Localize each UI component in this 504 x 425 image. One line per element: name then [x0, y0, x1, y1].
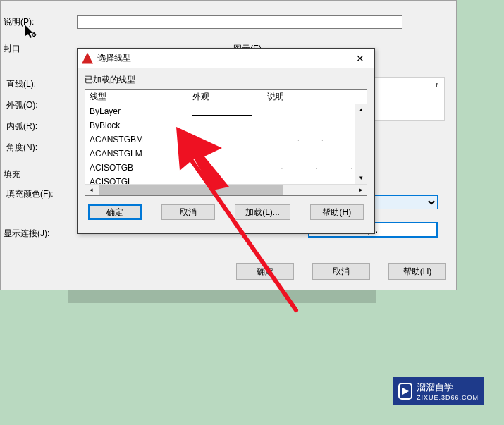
inner-arc-label: 内弧(R):: [6, 121, 37, 133]
sub-cancel-button[interactable]: 取消: [161, 204, 215, 220]
col-header-appearance[interactable]: 外观: [192, 91, 263, 103]
angle-label: 角度(N):: [6, 142, 37, 154]
autocad-icon: [82, 53, 93, 64]
watermark-name: 溜溜自学: [417, 381, 479, 394]
col-header-name[interactable]: 线型: [85, 91, 192, 103]
description-input[interactable]: [77, 15, 402, 29]
main-help-button[interactable]: 帮助(H): [388, 263, 446, 280]
linetype-preview: [192, 108, 263, 116]
list-item[interactable]: ACANSTGLM — — — — —: [85, 147, 367, 161]
fill-color-label: 填充颜色(F):: [6, 188, 54, 200]
list-body[interactable]: ByLayer ByBlock ACANSTGBM — — · — · — — …: [85, 104, 367, 184]
linetype-name: ByLayer: [85, 106, 192, 116]
linetype-name: ByBlock: [85, 121, 192, 130]
loaded-linetypes-label: 已加载的线型: [85, 74, 367, 86]
scroll-up-icon[interactable]: ▴: [355, 104, 367, 116]
line-label: 直线(L):: [6, 78, 36, 90]
sub-ok-button[interactable]: 确定: [88, 204, 142, 220]
col-header-desc[interactable]: 说明: [263, 91, 367, 103]
main-ok-button[interactable]: 确定: [236, 263, 294, 280]
main-cancel-button[interactable]: 取消: [312, 263, 370, 280]
list-header: 线型 外观 说明: [85, 90, 367, 104]
sub-titlebar: 选择线型 ✕: [78, 49, 374, 68]
sub-help-button[interactable]: 帮助(H): [310, 204, 364, 220]
show-join-label: 显示连接(J):: [4, 228, 49, 240]
linetype-list[interactable]: 线型 外观 说明 ByLayer ByBlock ACANSTGBM: [85, 89, 367, 196]
desc-label: 说明(P):: [4, 16, 34, 28]
linetype-name: ACISOTGL: [85, 177, 192, 184]
list-item[interactable]: ACISOTGB — · — — · — — · —: [85, 161, 367, 175]
list-item[interactable]: ByLayer: [85, 104, 367, 118]
list-item[interactable]: ByBlock: [85, 118, 367, 133]
outer-arc-label: 外弧(O):: [6, 99, 38, 111]
fill-label: 填充: [4, 168, 20, 180]
watermark: 溜溜自学 ZIXUE.3D66.COM: [393, 377, 484, 405]
linetype-name: ACISOTGB: [85, 163, 192, 173]
sub-load-button[interactable]: 加载(L)...: [235, 204, 290, 220]
dialog-shadow: [68, 290, 376, 303]
scroll-left-icon[interactable]: ◂: [85, 185, 97, 196]
sub-dialog-title: 选择线型: [97, 52, 350, 64]
watermark-sub: ZIXUE.3D66.COM: [417, 394, 479, 401]
list-item[interactable]: ACISOTGL: [85, 175, 367, 184]
horizontal-scrollbar[interactable]: ◂ ▸: [85, 184, 367, 195]
play-icon: [398, 383, 412, 400]
scroll-down-icon[interactable]: ▾: [355, 173, 367, 184]
list-item[interactable]: ACANSTGBM — — · — · — —: [85, 133, 367, 147]
close-button[interactable]: ✕: [350, 51, 370, 66]
select-linetype-dialog: 选择线型 ✕ 已加载的线型 线型 外观 说明 ByLayer ByBlock: [77, 48, 375, 234]
scroll-right-icon[interactable]: ▸: [355, 185, 367, 196]
linetype-name: ACANSTGBM: [85, 135, 192, 144]
vertical-scrollbar[interactable]: ▴ ▾: [355, 104, 367, 184]
caps-label: 封口: [4, 43, 20, 55]
scroll-thumb[interactable]: [99, 185, 283, 195]
linetype-name: ACANSTGLM: [85, 149, 192, 159]
